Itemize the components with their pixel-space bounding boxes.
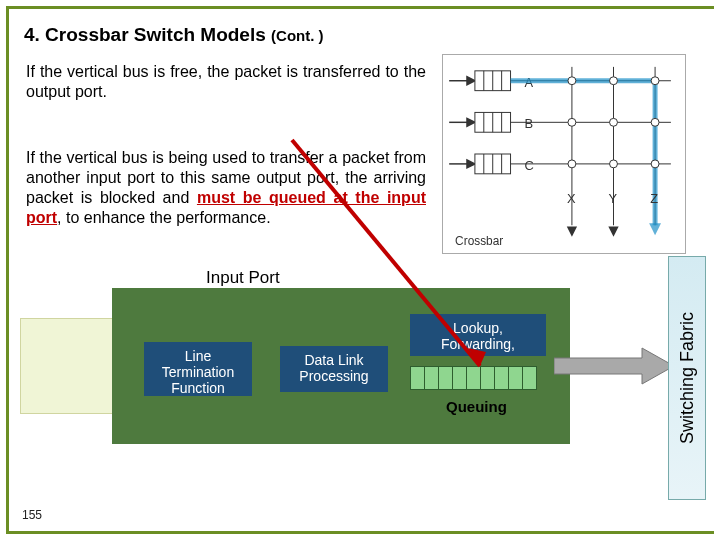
svg-point-28	[651, 77, 659, 85]
switching-fabric-label: Switching Fabric	[668, 256, 706, 500]
svg-marker-0	[554, 348, 674, 384]
para2-part-b: , to enhance the performance.	[57, 209, 270, 226]
queue-cell	[480, 366, 495, 390]
col-x-label: X	[567, 192, 576, 207]
col-z-label: Z	[650, 192, 658, 207]
queue-buffer	[410, 366, 536, 390]
crossbar-caption: Crossbar	[455, 234, 503, 248]
svg-point-32	[568, 160, 576, 168]
row-b-label: B	[524, 116, 533, 131]
svg-marker-35	[568, 227, 576, 235]
lookup-text: Lookup,Forwarding,	[441, 320, 515, 352]
svg-point-31	[651, 118, 659, 126]
svg-point-26	[568, 77, 576, 85]
crossbar-diagram: A B C X Y Z Crossbar	[442, 54, 686, 254]
lookup-forwarding-module: Lookup,Forwarding,	[410, 314, 546, 356]
svg-marker-36	[610, 227, 618, 235]
title-main: 4. Crossbar Switch Models	[24, 24, 266, 45]
queue-cell	[410, 366, 425, 390]
row-c-label: C	[524, 158, 533, 173]
svg-point-30	[610, 118, 618, 126]
svg-marker-4	[467, 118, 475, 126]
queue-cell	[522, 366, 537, 390]
queue-cell	[508, 366, 523, 390]
queue-cell	[452, 366, 467, 390]
slide-title: 4. Crossbar Switch Models (Cont. )	[24, 24, 324, 46]
svg-marker-6	[467, 160, 475, 168]
queue-cell	[438, 366, 453, 390]
svg-point-29	[568, 118, 576, 126]
paragraph-2: If the vertical bus is being used to tra…	[26, 148, 426, 228]
svg-point-34	[651, 160, 659, 168]
col-y-label: Y	[609, 192, 618, 207]
queue-cell	[466, 366, 481, 390]
title-cont: (Cont. )	[271, 27, 323, 44]
data-link-text: Data LinkProcessing	[299, 352, 368, 384]
svg-marker-25	[649, 223, 661, 235]
arrow-to-fabric-icon	[554, 346, 674, 386]
svg-point-33	[610, 160, 618, 168]
line-term-text: LineTerminationFunction	[162, 348, 234, 396]
queue-cell	[424, 366, 439, 390]
queue-cell	[494, 366, 509, 390]
data-link-module: Data LinkProcessing	[280, 346, 388, 392]
switching-fabric-text: Switching Fabric	[677, 312, 698, 444]
input-port-label: Input Port	[206, 268, 280, 288]
svg-marker-2	[467, 77, 475, 85]
line-termination-module: LineTerminationFunction	[144, 342, 252, 396]
queuing-label: Queuing	[446, 398, 507, 415]
paragraph-1: If the vertical bus is free, the packet …	[26, 62, 426, 102]
page-number: 155	[22, 508, 42, 522]
svg-point-27	[610, 77, 618, 85]
